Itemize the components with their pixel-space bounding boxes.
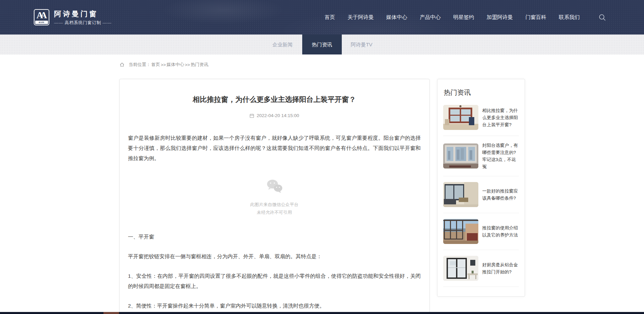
hot-news-sidebar: 热门资讯 相比推拉窗，为什么更多业主选择阳台: [437, 79, 525, 297]
sidebar-title: 热门资讯: [444, 88, 519, 97]
brand-logo[interactable]: AA asm 阿诗曼门窗 —— 高档系统门窗订制 ——: [34, 9, 112, 26]
tab-company-news[interactable]: 企业新闻: [263, 35, 302, 54]
article-paragraph: 平开窗把铰链安排在一侧与窗框相连，分为内开、外开、单扇、双扇的。其特点是：: [128, 251, 421, 262]
breadcrumb-link-media-center[interactable]: 媒体中心: [167, 62, 184, 68]
top-navigation-bar: AA asm 阿诗曼门窗 —— 高档系统门窗订制 —— 首页 关于阿诗曼 媒体中…: [0, 0, 644, 35]
placeholder-notice-line2: 未经允许不可引用: [128, 208, 421, 216]
main-menu: 首页 关于阿诗曼 媒体中心 产品中心 明星签约 加盟阿诗曼 门窗百科 联系我们: [325, 14, 606, 21]
article-thumbnail: [443, 219, 478, 244]
logo-sub-text: asm: [35, 21, 48, 24]
article-date: 2022-04-20 14:15:00: [257, 113, 299, 118]
wechat-image-placeholder: 此图片来自微信公众平台 未经允许不可引用: [128, 179, 421, 216]
breadcrumb-current[interactable]: 热门资讯: [191, 62, 208, 68]
breadcrumb-label: 当前位置：: [129, 62, 151, 68]
nav-item-celebrity[interactable]: 明星签约: [453, 14, 474, 21]
nav-item-products[interactable]: 产品中心: [420, 14, 441, 21]
breadcrumb-separator: >>: [185, 62, 190, 67]
article-thumbnail: [443, 256, 478, 281]
tab-hot-news[interactable]: 热门资讯: [302, 35, 342, 54]
placeholder-notice-line1: 此图片来自微信公众平台: [128, 201, 421, 208]
article-date-row: 2022-04-20 14:15:00: [128, 113, 421, 118]
sidebar-article-title: 推拉窗的使用介绍以及它的养护方法: [482, 224, 519, 239]
sidebar-article-item[interactable]: 相比推拉窗，为什么更多业主选择阳台上装平开窗?: [443, 99, 519, 136]
breadcrumb-separator: >>: [161, 62, 166, 67]
section-tab-bar: 企业新闻 热门资讯 阿诗曼TV: [0, 35, 644, 54]
article-thumbnail: [443, 182, 478, 207]
nav-item-home[interactable]: 首页: [325, 14, 335, 21]
tab-ashman-tv[interactable]: 阿诗曼TV: [342, 35, 381, 54]
footer-strip-accent: [103, 312, 119, 314]
content-area: 相比推拉窗，为什么更多业主选择阳台上装平开窗？ 2022-04-20 14:15…: [119, 79, 525, 314]
brand-name: 阿诗曼门窗: [54, 9, 112, 19]
sidebar-article-title: 相比推拉窗，为什么更多业主选择阳台上装平开窗?: [482, 107, 519, 128]
article-paragraph-intro: 窗户是装修新房时比较重要的建材，如果一个房子没有窗户，就好像人缺少了呼吸系统，可…: [128, 133, 421, 163]
article-thumbnail: [443, 105, 478, 130]
wechat-icon: [266, 179, 283, 195]
section-heading: 一、平开窗: [128, 232, 421, 242]
sidebar-article-item[interactable]: 一款好的推拉窗应该具备哪些条件?: [443, 176, 519, 213]
sidebar-article-item[interactable]: 好厨房是从铝合金推拉门开始的?: [443, 250, 519, 287]
article-thumbnail: [443, 143, 478, 169]
sidebar-article-list: 相比推拉窗，为什么更多业主选择阳台上装平开窗?: [443, 99, 519, 287]
home-icon[interactable]: [119, 62, 125, 67]
article-card: 相比推拉窗，为什么更多业主选择阳台上装平开窗？ 2022-04-20 14:15…: [119, 79, 430, 314]
article-title: 相比推拉窗，为什么更多业主选择阳台上装平开窗？: [128, 95, 421, 104]
sidebar-article-title: 一款好的推拉窗应该具备哪些条件?: [482, 187, 519, 202]
footer-strip: [0, 312, 644, 314]
breadcrumb-link-home[interactable]: 首页: [151, 62, 160, 68]
nav-item-media-center[interactable]: 媒体中心: [386, 14, 407, 21]
sidebar-article-item[interactable]: 封阳台选窗户，有哪些需要注意的?牢记这3点，不花冤: [443, 136, 519, 176]
article-paragraph: 2、简便性：平开窗操作起来十分简单，窗户室内外可以随意转换，清洗时也很方便。: [128, 301, 421, 311]
brand-tagline: —— 高档系统门窗订制 ——: [54, 20, 112, 26]
logo-icon: AA asm: [34, 9, 49, 25]
nav-item-contact[interactable]: 联系我们: [559, 14, 580, 21]
sidebar-article-title: 封阳台选窗户，有哪些需要注意的?牢记这3点，不花冤: [482, 142, 519, 170]
article-paragraph: 1、安全性：在内部，平开窗的四周设置了很多不起眼的配件，就是这些小零件的组合，使…: [128, 271, 421, 291]
breadcrumb: 当前位置： 首页 >> 媒体中心 >> 热门资讯: [119, 61, 525, 69]
sidebar-article-title: 好厨房是从铝合金推拉门开始的?: [482, 261, 519, 275]
nav-item-join[interactable]: 加盟阿诗曼: [487, 14, 513, 21]
calendar-icon: [249, 113, 254, 118]
sidebar-article-item[interactable]: 推拉窗的使用介绍以及它的养护方法: [443, 213, 519, 250]
nav-item-wiki[interactable]: 门窗百科: [525, 14, 546, 21]
nav-item-about[interactable]: 关于阿诗曼: [348, 14, 374, 21]
search-icon[interactable]: [598, 14, 606, 21]
